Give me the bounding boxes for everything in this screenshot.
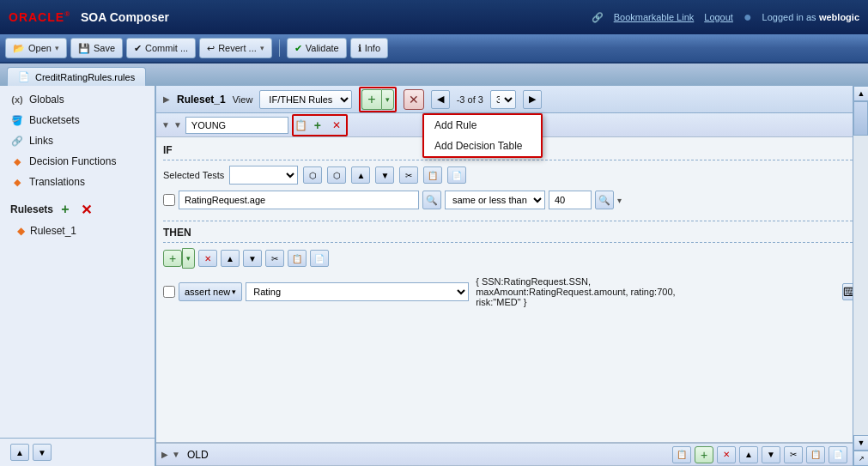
then-cut-button[interactable]: ✂ [265,250,284,267]
validate-button[interactable]: ✔ Validate [287,38,347,58]
sidebar-item-translations[interactable]: ◆ Translations [0,172,155,192]
scrollbar: ▲ ▼ ↗ [853,86,868,466]
logout-link[interactable]: Logout [704,12,733,22]
add-rule-dropdown-button[interactable]: ▾ [381,89,394,110]
if-toolbar-btn1[interactable]: ⬡ [303,166,322,184]
old-delete-button[interactable]: ✕ [717,446,736,463]
info-icon: ℹ [358,43,361,54]
if-cut-button[interactable]: ✂ [399,166,418,184]
open-dropdown-arrow[interactable]: ▾ [55,44,59,52]
toolbar-separator [279,39,280,57]
scroll-down-button[interactable]: ▼ [853,435,868,451]
translations-label: Translations [29,176,85,188]
rule-expand-icon[interactable]: ▼ [161,120,170,130]
if-up-button[interactable]: ▲ [351,166,370,184]
value-dropdown-icon[interactable]: ▾ [617,196,622,205]
sidebar-item-bucketsets[interactable]: 🪣 Bucketsets [0,110,155,130]
sidebar-item-links[interactable]: 🔗 Links [0,130,155,151]
rule-row-header-old: ▶ ▼ OLD 📋 + ✕ ▲ ▼ ✂ 📋 📄 [156,442,853,466]
action-checkbox[interactable] [163,286,175,298]
assert-new-dropdown-icon[interactable]: ▾ [232,287,236,296]
ruleset-item-label: Ruleset_1 [30,225,76,237]
old-expand-icon1[interactable]: ▶ [161,450,168,459]
operator-select[interactable]: same or less than [445,191,545,209]
value-search-button[interactable]: 🔍 [595,191,614,209]
if-paste-button[interactable]: 📄 [447,166,466,184]
sidebar-down-button[interactable]: ▼ [33,444,52,461]
page-select[interactable]: 3 [490,90,516,109]
then-down-button[interactable]: ▼ [243,250,262,267]
main-content: (x) Globals 🪣 Bucketsets 🔗 Links ◆ Decis… [0,86,868,466]
credit-rating-rules-tab[interactable]: 📄 CreditRatingRules.rules [7,67,146,86]
tests-bar: Selected Tests ⬡ ⬡ ▲ ▼ ✂ 📋 📄 [163,162,861,188]
condition-checkbox[interactable] [163,194,175,206]
old-copy-button[interactable]: 📋 [806,446,825,463]
old-copy-icon[interactable]: 📋 [672,446,691,463]
then-delete-button[interactable]: ✕ [198,250,217,267]
add-decision-table-menu-item[interactable]: Add Decision Table [424,136,541,156]
selected-tests-label: Selected Tests [163,170,224,180]
rule-add-icon[interactable]: + [309,117,326,134]
rule-name-input[interactable] [185,117,288,134]
rule-expand-icon2[interactable]: ▼ [173,120,182,130]
then-add-button[interactable]: + [163,250,182,267]
sidebar-up-button[interactable]: ▲ [10,444,29,461]
globals-icon: (x) [10,93,24,106]
old-cut-button[interactable]: ✂ [784,446,803,463]
decision-functions-label: Decision Functions [29,155,116,167]
page-indicator: -3 of 3 [457,94,483,105]
revert-button[interactable]: ↩ Revert ... ▾ [199,38,272,58]
old-rule-name: OLD [187,449,209,461]
then-add-dropdown[interactable]: ▾ [182,248,195,269]
toolbar: 📂 Open ▾ 💾 Save ✔ Commit ... ↩ Revert ..… [0,34,868,64]
sidebar-item-decision-functions[interactable]: ◆ Decision Functions [0,151,155,172]
sidebar-ruleset-item[interactable]: ◆ Ruleset_1 [0,221,155,240]
old-expand-icon2[interactable]: ▼ [172,450,180,459]
add-rule-main-button[interactable]: + [361,89,380,110]
assert-new-button[interactable]: assert new ▾ [179,282,242,301]
condition-field-input[interactable] [179,191,419,209]
if-toolbar-btn2[interactable]: ⬡ [327,166,346,184]
value-input[interactable] [549,191,592,209]
delete-ruleset-button[interactable]: ✕ [77,201,94,218]
right-content: ▶ Ruleset_1 View IF/THEN Rules + ▾ ✕ ◀ -… [156,86,868,466]
username: weblogic [819,12,859,22]
action-type-select[interactable]: Rating [246,282,469,301]
app-title: SOA Composer [81,10,169,24]
then-add-split: + ▾ [163,248,195,269]
rule-delete-icon[interactable]: ✕ [328,117,345,134]
tests-select[interactable] [229,166,298,185]
open-button[interactable]: 📂 Open ▾ [5,38,67,58]
sidebar-item-globals[interactable]: (x) Globals [0,89,155,110]
prev-rule-button[interactable]: ◀ [431,90,450,109]
revert-dropdown-arrow[interactable]: ▾ [260,44,264,52]
sidebar-nav-arrows: ▲ ▼ [0,438,155,466]
ruleset-expand-icon[interactable]: ▶ [163,94,170,104]
ruleset-name-label: Ruleset_1 [177,94,226,106]
save-button[interactable]: 💾 Save [70,38,123,58]
old-down-button[interactable]: ▼ [762,446,780,463]
next-rule-button[interactable]: ▶ [523,90,542,109]
then-paste-button[interactable]: 📄 [310,250,329,267]
then-copy-button[interactable]: 📋 [288,250,307,267]
scroll-expand-button[interactable]: ↗ [853,451,868,466]
bookmarkable-link[interactable]: Bookmarkable Link [614,12,695,22]
then-up-button[interactable]: ▲ [221,250,240,267]
old-up-button[interactable]: ▲ [739,446,758,463]
if-down-button[interactable]: ▼ [375,166,394,184]
old-add-button[interactable]: + [695,446,713,463]
logged-in-label: Logged in as [762,12,816,22]
scroll-thumb[interactable] [853,101,868,136]
delete-rule-button[interactable]: ✕ [404,89,424,110]
if-copy-button[interactable]: 📋 [423,166,442,184]
condition-search-button[interactable]: 🔍 [422,191,441,209]
then-divider-top [163,221,861,221]
old-paste-button[interactable]: 📄 [829,446,847,463]
rule-copy-icon[interactable]: 📋 [294,119,307,131]
view-select[interactable]: IF/THEN Rules [259,90,352,109]
info-button[interactable]: ℹ Info [350,38,388,58]
commit-button[interactable]: ✔ Commit ... [126,38,196,58]
add-ruleset-button[interactable]: + [57,201,74,218]
add-rule-menu-item[interactable]: Add Rule [424,115,541,136]
scroll-up-button[interactable]: ▲ [853,86,868,101]
